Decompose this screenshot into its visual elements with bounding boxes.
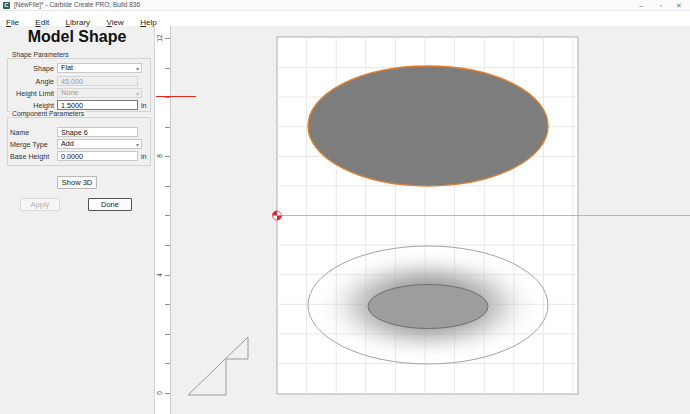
base-height-label: Base Height [10, 152, 49, 161]
shape-label: Shape [33, 64, 54, 73]
shape-value: Flat [61, 63, 73, 72]
minimize-icon[interactable]: – [632, 0, 650, 11]
angle-label: Angle [36, 77, 54, 86]
chevron-down-icon: ▾ [136, 64, 139, 74]
height-field[interactable] [57, 100, 138, 110]
merge-type-label: Merge Type [10, 140, 48, 149]
menu-help[interactable]: Help [134, 15, 162, 30]
app-logo-icon: C [3, 2, 10, 9]
merge-type-select[interactable]: Add ▾ [57, 139, 142, 149]
angle-field [57, 76, 138, 86]
name-field[interactable] [57, 127, 138, 137]
done-button[interactable]: Done [88, 198, 132, 211]
shape-select[interactable]: Flat ▾ [57, 63, 142, 73]
name-label: Name [10, 128, 29, 137]
apply-button: Apply [20, 198, 60, 211]
design-canvas[interactable] [171, 26, 690, 414]
page-title: Model Shape [0, 28, 154, 46]
vruler-label-12: 12 [152, 30, 168, 46]
model-inner-ellipse [368, 285, 488, 329]
chevron-down-icon: ▾ [136, 140, 139, 150]
window-title: [NewFile]* - Carbide Create PRO; Build 8… [14, 1, 140, 8]
height-label: Height [33, 101, 54, 110]
menu-file[interactable]: File [0, 15, 25, 30]
vruler-label-8: 8 [152, 148, 168, 164]
height-limit-select: None ▾ [57, 88, 142, 98]
height-unit-label: in [141, 101, 147, 110]
menu-bar: File Edit Library View Help [0, 11, 690, 26]
vertical-ruler: 12 8 4 0 [155, 26, 171, 414]
selected-ellipse-shape[interactable] [308, 66, 548, 186]
component-parameters-legend: Component Parameters [10, 110, 86, 117]
maximize-icon[interactable]: ▫ [652, 0, 670, 11]
show-3d-button[interactable]: Show 3D [57, 176, 97, 189]
height-limit-label: Height Limit [16, 89, 54, 98]
close-icon[interactable]: ✕ [670, 0, 688, 11]
vruler-label-0: 0 [152, 385, 168, 401]
ruler-cursor-indicator [156, 96, 196, 97]
carbide-create-window: { "window": { "title": "[NewFile]* - Car… [0, 0, 690, 414]
model-shape-panel: Model Shape Shape Parameters Shape Flat … [0, 26, 155, 414]
canvas-svg [171, 26, 690, 414]
title-bar: C [NewFile]* - Carbide Create PRO; Build… [0, 0, 690, 11]
menu-library[interactable]: Library [60, 15, 96, 30]
shape-parameters-legend: Shape Parameters [10, 51, 71, 58]
merge-type-value: Add [61, 139, 74, 148]
height-limit-value: None [61, 88, 78, 97]
vruler-label-4: 4 [152, 267, 168, 283]
menu-edit[interactable]: Edit [29, 15, 55, 30]
step-triangle-contour[interactable] [188, 337, 248, 395]
chevron-down-icon: ▾ [136, 89, 139, 99]
menu-view[interactable]: View [101, 15, 130, 30]
base-height-unit-label: in [141, 152, 147, 161]
origin-marker-icon[interactable] [273, 211, 282, 220]
base-height-field[interactable] [57, 151, 138, 161]
